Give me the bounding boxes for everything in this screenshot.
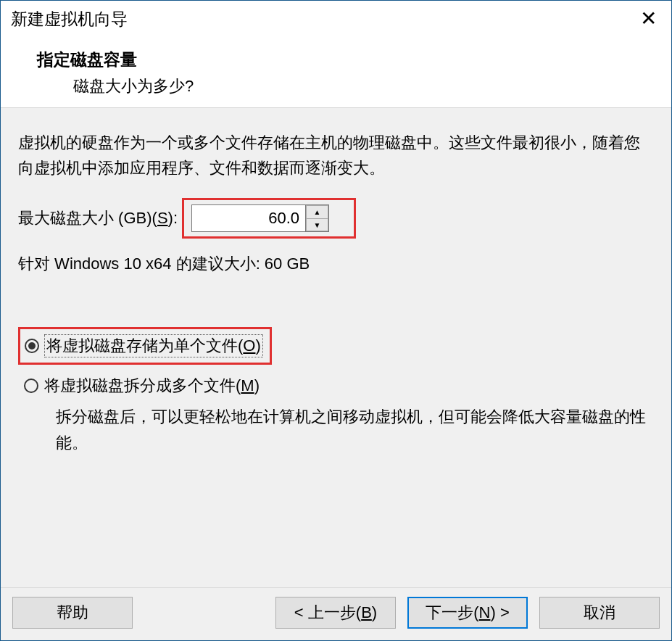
disk-size-hotkey: S bbox=[157, 209, 168, 227]
radio-single-highlight: 将虚拟磁盘存储为单个文件(O) bbox=[18, 327, 272, 365]
page-heading: 指定磁盘容量 bbox=[37, 49, 671, 71]
spinner-down-icon[interactable]: ▼ bbox=[306, 218, 328, 232]
disk-size-highlight: ▲ ▼ bbox=[182, 198, 356, 239]
radio-single-suffix: ) bbox=[255, 336, 260, 355]
split-note-text: 拆分磁盘后，可以更轻松地在计算机之间移动虚拟机，但可能会降低大容量磁盘的性能。 bbox=[18, 404, 654, 455]
next-button-hotkey: N bbox=[479, 603, 491, 622]
radio-split-files[interactable]: 将虚拟磁盘拆分成多个文件(M) bbox=[18, 375, 654, 397]
next-button[interactable]: 下一步(N) > bbox=[407, 597, 528, 629]
disk-size-stepper[interactable]: ▲ ▼ bbox=[191, 204, 329, 232]
intro-text: 虚拟机的硬盘作为一个或多个文件存储在主机的物理磁盘中。这些文件最初很小，随着您向… bbox=[18, 130, 654, 181]
header-region: 新建虚拟机向导 ✕ 指定磁盘容量 磁盘大小为多少? bbox=[1, 1, 671, 107]
next-button-suffix: ) > bbox=[490, 603, 509, 622]
radio-split-suffix: ) bbox=[254, 376, 260, 394]
radio-split-hotkey: M bbox=[241, 376, 254, 394]
footer: 帮助 < 上一步(B) 下一步(N) > 取消 bbox=[1, 587, 671, 640]
body-region: 虚拟机的硬盘作为一个或多个文件存储在主机的物理磁盘中。这些文件最初很小，随着您向… bbox=[1, 107, 671, 587]
radio-split-prefix: 将虚拟磁盘拆分成多个文件( bbox=[44, 376, 241, 394]
disk-size-label-prefix: 最大磁盘大小 (GB)( bbox=[18, 209, 157, 227]
radio-single-prefix: 将虚拟磁盘存储为单个文件( bbox=[46, 336, 243, 355]
disk-size-row: 最大磁盘大小 (GB)(S): ▲ ▼ bbox=[18, 198, 654, 239]
spinner-up-icon[interactable]: ▲ bbox=[306, 205, 328, 218]
recommended-size-text: 针对 Windows 10 x64 的建议大小: 60 GB bbox=[18, 253, 654, 275]
radio-selected-icon bbox=[25, 339, 39, 353]
close-icon[interactable]: ✕ bbox=[636, 7, 661, 30]
back-button-suffix: ) bbox=[372, 603, 377, 622]
disk-size-label-suffix: ): bbox=[168, 209, 178, 227]
next-button-prefix: 下一步( bbox=[426, 602, 478, 624]
radio-unselected-icon bbox=[24, 379, 38, 393]
window-title: 新建虚拟机向导 bbox=[11, 8, 128, 30]
heading-block: 指定磁盘容量 磁盘大小为多少? bbox=[1, 34, 671, 107]
back-button-prefix: < 上一步( bbox=[294, 602, 361, 624]
spinner-buttons: ▲ ▼ bbox=[305, 205, 328, 231]
titlebar: 新建虚拟机向导 ✕ bbox=[1, 1, 671, 34]
back-button-hotkey: B bbox=[361, 603, 372, 622]
disk-size-label: 最大磁盘大小 (GB)(S): bbox=[18, 207, 178, 229]
radio-split-label: 将虚拟磁盘拆分成多个文件(M) bbox=[44, 375, 260, 397]
radio-single-file[interactable]: 将虚拟磁盘存储为单个文件(O) bbox=[25, 335, 262, 357]
page-subheading: 磁盘大小为多少? bbox=[37, 75, 671, 97]
wizard-window: 新建虚拟机向导 ✕ 指定磁盘容量 磁盘大小为多少? 虚拟机的硬盘作为一个或多个文… bbox=[0, 0, 672, 641]
radio-single-label: 将虚拟磁盘存储为单个文件(O) bbox=[45, 335, 262, 357]
back-button[interactable]: < 上一步(B) bbox=[275, 597, 396, 629]
disk-size-input[interactable] bbox=[192, 205, 305, 231]
help-button[interactable]: 帮助 bbox=[12, 597, 133, 629]
radio-single-hotkey: O bbox=[243, 336, 255, 355]
cancel-button[interactable]: 取消 bbox=[539, 597, 660, 629]
